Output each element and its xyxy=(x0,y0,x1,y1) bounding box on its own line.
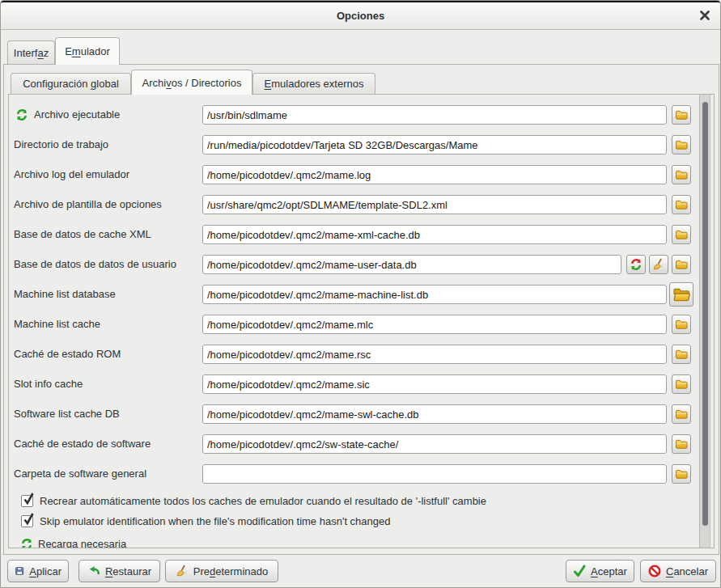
form-row-swl-cache-db: Software list cache DB xyxy=(9,404,714,424)
tab-label: Emuladores externos xyxy=(265,78,364,90)
button-label: Aceptar xyxy=(591,565,627,577)
restore-button[interactable]: Restaurar xyxy=(78,560,160,582)
folder-icon xyxy=(675,348,688,361)
browse-folder-button[interactable] xyxy=(672,165,691,184)
checkbox-label: Recrear automáticamente todos los caches… xyxy=(40,495,486,508)
reload-required-label: Recarga necesaria xyxy=(38,536,126,548)
form-row-rom-state-cache: Caché de estado ROM xyxy=(9,345,714,364)
titlebar[interactable]: Opciones xyxy=(1,1,720,30)
checkmark-icon xyxy=(23,512,34,526)
button-label: Predeterminado xyxy=(193,565,269,577)
browse-folder-button[interactable] xyxy=(672,135,691,154)
field-label: Base de datos de cache XML xyxy=(14,225,151,244)
undo-icon xyxy=(87,565,100,577)
button-label: Aplicar xyxy=(29,565,61,577)
emulator-log-input[interactable] xyxy=(202,165,667,184)
tab-emuladores-externos[interactable]: Emuladores externos xyxy=(252,73,375,94)
browse-folder-button[interactable] xyxy=(672,225,691,244)
form-row-executable: Archivo ejecutable xyxy=(9,105,714,125)
tab-label: Interfaz xyxy=(14,47,49,59)
options-template-input[interactable] xyxy=(202,195,667,214)
reload-required-row: Recarga necesaria xyxy=(9,536,714,548)
browse-folder-button[interactable] xyxy=(672,464,691,484)
clean-icon xyxy=(652,258,665,271)
form-row-machine-list-cache: Machine list cache xyxy=(9,315,714,334)
folder-icon xyxy=(675,378,688,391)
field-label: Machine list database xyxy=(14,285,116,304)
field-label: Directorio de trabajo xyxy=(14,135,108,154)
button-label: Restaurar xyxy=(105,565,151,577)
field-label: Caché de estado ROM xyxy=(14,345,121,364)
tab-archivos-directorios[interactable]: Archivos / Directorios xyxy=(131,70,252,95)
default-button[interactable]: Predeterminado xyxy=(165,560,278,582)
tab-interfaz[interactable]: Interfaz xyxy=(7,40,55,64)
field-label: Caché de estado de software xyxy=(14,434,151,454)
browse-folder-button[interactable] xyxy=(672,374,691,394)
checkbox-label: Skip emulator identification when the fi… xyxy=(40,515,390,528)
slot-info-cache-input[interactable] xyxy=(202,374,667,394)
user-data-db-input[interactable] xyxy=(202,255,621,274)
scrollbar-thumb[interactable] xyxy=(702,102,708,526)
floppy-icon xyxy=(15,565,24,577)
clean-user-data-button[interactable] xyxy=(649,255,668,274)
software-list-cache-db-input[interactable] xyxy=(202,404,667,424)
browse-executable-button[interactable] xyxy=(672,105,691,125)
skip-identification-checkbox[interactable] xyxy=(21,515,33,527)
form-row-machine-list-db: Machine list database xyxy=(9,285,714,304)
cancel-icon xyxy=(648,565,661,577)
field-label: Software list cache DB xyxy=(14,404,120,424)
form-row-options-template: Archivo de plantilla de opciones xyxy=(9,195,714,214)
folder-icon xyxy=(675,228,688,241)
button-label: Cancelar xyxy=(666,565,708,577)
executable-file-input[interactable] xyxy=(202,105,667,125)
files-directories-panel: Archivo ejecutable Directorio de trabajo… xyxy=(8,94,715,548)
tab-emulador[interactable]: Emulador xyxy=(55,37,120,65)
form-row-sw-state-cache: Caché de estado de software xyxy=(9,434,714,454)
machine-list-cache-input[interactable] xyxy=(202,315,667,334)
folder-icon xyxy=(675,258,688,271)
ok-button[interactable]: Aceptar xyxy=(566,560,634,582)
apply-button[interactable]: Aplicar xyxy=(7,560,69,582)
browse-folder-button[interactable] xyxy=(672,195,691,214)
working-directory-input[interactable] xyxy=(202,135,667,154)
vertical-scrollbar[interactable] xyxy=(699,95,710,548)
field-label: Archivo ejecutable xyxy=(34,105,120,125)
software-state-cache-input[interactable] xyxy=(202,434,667,454)
checkbox-row-skip-identification: Skip emulator identification when the fi… xyxy=(9,514,714,529)
tab-configuracion-global[interactable]: Configuración global xyxy=(11,73,131,94)
form-row-user-data: Base de datos de datos de usuario xyxy=(9,255,714,274)
tab-label: Archivos / Directorios xyxy=(142,77,242,89)
field-label: Carpeta de software general xyxy=(14,464,146,484)
browse-folder-button[interactable] xyxy=(672,434,691,454)
browse-folder-button[interactable] xyxy=(672,255,691,274)
folder-icon xyxy=(675,408,688,421)
folder-icon xyxy=(675,168,688,181)
machine-list-db-input[interactable] xyxy=(202,285,667,304)
field-label: Archivo de plantilla de opciones xyxy=(14,195,162,214)
rom-state-cache-input[interactable] xyxy=(202,345,667,364)
browse-folder-button[interactable] xyxy=(672,315,691,334)
reload-icon xyxy=(20,538,33,548)
folder-icon xyxy=(675,138,688,151)
reload-icon xyxy=(15,108,28,121)
form-row-xml-cache: Base de datos de cache XML xyxy=(9,225,714,244)
broom-icon xyxy=(176,565,189,577)
form-row-general-sw-folder: Carpeta de software general xyxy=(9,464,714,484)
recreate-caches-checkbox[interactable] xyxy=(21,495,33,507)
browse-folder-button[interactable] xyxy=(672,345,691,364)
sync-icon xyxy=(630,258,643,271)
folder-icon xyxy=(675,108,688,121)
folder-icon xyxy=(675,467,688,480)
general-software-folder-input[interactable] xyxy=(202,464,667,484)
xml-cache-db-input[interactable] xyxy=(202,225,667,244)
options-dialog: Opciones Interfaz Emulador Configuración… xyxy=(0,0,721,588)
field-label: Machine list cache xyxy=(14,315,100,334)
cancel-button[interactable]: Cancelar xyxy=(640,560,716,582)
check-icon xyxy=(573,565,586,577)
close-button[interactable] xyxy=(698,9,711,22)
browse-folder-button-hover[interactable] xyxy=(669,282,693,307)
form-row-slot-info-cache: Slot info cache xyxy=(9,374,714,394)
rebuild-user-data-button[interactable] xyxy=(626,255,646,274)
browse-folder-button[interactable] xyxy=(672,404,691,424)
tab-label: Emulador xyxy=(65,45,110,57)
